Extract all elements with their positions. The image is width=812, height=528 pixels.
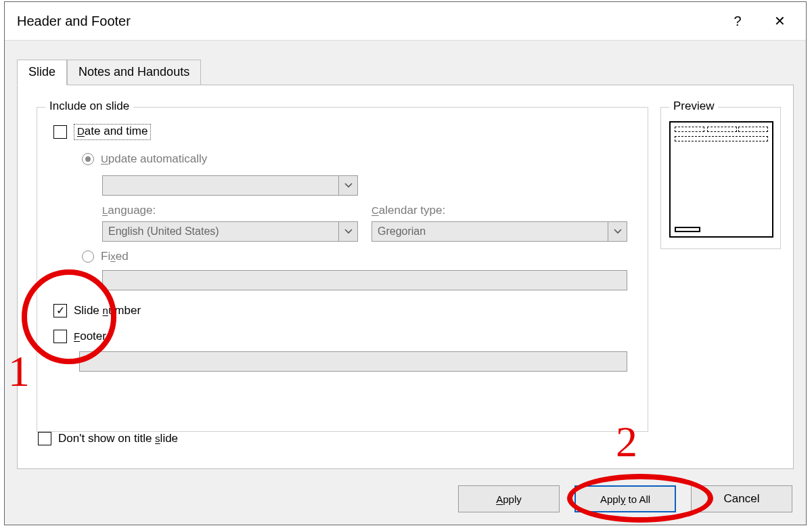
- preview-thumbnail: [669, 121, 773, 238]
- window-controls: ? ✕: [717, 5, 800, 37]
- slide-number-row: Slide number: [53, 304, 141, 317]
- header-footer-dialog: Header and Footer ? ✕ Slide Notes and Ha…: [4, 1, 807, 525]
- titlebar: Header and Footer ? ✕: [5, 2, 806, 40]
- apply-button[interactable]: Apply: [458, 485, 560, 512]
- cancel-button[interactable]: Cancel: [691, 485, 792, 512]
- apply-to-all-button[interactable]: Apply to All: [574, 485, 676, 512]
- preview-legend: Preview: [669, 100, 718, 113]
- tab-notes-handouts[interactable]: Notes and Handouts: [67, 60, 201, 85]
- update-auto-label: Update automatically: [101, 152, 207, 166]
- update-auto-radio[interactable]: [82, 153, 94, 165]
- language-label: Language:: [102, 204, 156, 217]
- include-on-slide-legend: Include on slide: [45, 100, 133, 113]
- date-time-checkbox[interactable]: [53, 125, 67, 139]
- calendar-type-label: Calendar type:: [371, 204, 445, 217]
- footer-row: Footer: [53, 330, 106, 343]
- fixed-row: Fixed: [82, 250, 129, 263]
- date-time-row: Date and time: [53, 124, 151, 140]
- dont-show-title-checkbox[interactable]: [38, 432, 51, 445]
- preview-group: Preview: [660, 107, 781, 249]
- footer-text-input[interactable]: [79, 351, 627, 372]
- language-combo[interactable]: English (United States): [102, 221, 358, 242]
- chevron-down-icon: [338, 176, 357, 195]
- slide-number-label: Slide number: [74, 304, 141, 317]
- tab-panel: Include on slide Date and time Update au…: [17, 85, 794, 469]
- include-on-slide-group: Include on slide Date and time Update au…: [37, 107, 648, 432]
- close-button[interactable]: ✕: [759, 5, 800, 37]
- calendar-type-value: Gregorian: [372, 225, 608, 238]
- dialog-title: Header and Footer: [17, 14, 131, 29]
- fixed-date-input[interactable]: [102, 270, 627, 290]
- button-bar: Apply Apply to All Cancel: [458, 485, 792, 512]
- help-button[interactable]: ?: [717, 5, 759, 37]
- footer-checkbox[interactable]: [53, 330, 67, 343]
- language-value: English (United States): [103, 225, 338, 238]
- calendar-type-combo[interactable]: Gregorian: [371, 221, 627, 242]
- dont-show-title-row: Don't show on title slide: [38, 432, 178, 445]
- update-auto-row: Update automatically: [82, 152, 207, 166]
- footer-label: Footer: [74, 330, 106, 343]
- tab-slide[interactable]: Slide: [17, 60, 67, 85]
- dont-show-title-label: Don't show on title slide: [58, 432, 178, 445]
- date-format-combo[interactable]: [102, 175, 358, 196]
- fixed-label: Fixed: [101, 250, 129, 263]
- fixed-radio[interactable]: [82, 250, 94, 263]
- tabstrip: Slide Notes and Handouts: [17, 60, 201, 85]
- chevron-down-icon: [338, 222, 357, 241]
- dialog-body: Slide Notes and Handouts Include on slid…: [5, 40, 806, 525]
- slide-number-checkbox[interactable]: [53, 304, 67, 317]
- chevron-down-icon: [608, 222, 627, 241]
- date-time-label: Date and time: [74, 124, 151, 140]
